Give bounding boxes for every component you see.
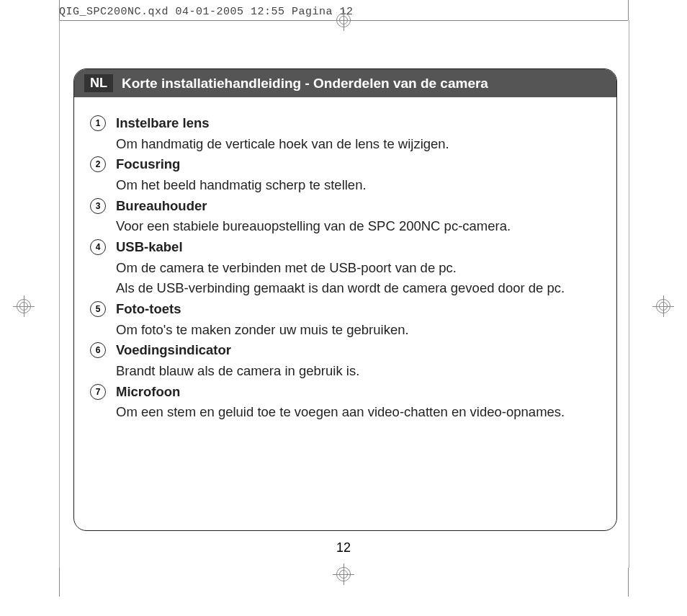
page-number: 12 (0, 540, 687, 555)
list-item: 4USB-kabelOm de camera te verbinden met … (90, 237, 596, 299)
item-title: USB-kabel (116, 237, 565, 258)
item-body: USB-kabelOm de camera te verbinden met d… (116, 237, 565, 299)
crop-line-left (59, 0, 60, 20)
item-number-badge: 3 (90, 198, 106, 214)
crop-line-right-bottom (628, 568, 629, 597)
item-title: Instelbare lens (116, 113, 449, 134)
title-bar: NL Korte installatiehandleiding - Onderd… (74, 69, 616, 97)
registration-mark-right (652, 295, 674, 317)
item-title: Microfoon (116, 382, 565, 403)
list-item: 7MicrofoonOm een stem en geluid toe te v… (90, 382, 596, 423)
list-item: 3BureauhouderVoor een stabiele bureauops… (90, 196, 596, 237)
item-description-line: Om de camera te verbinden met de USB-poo… (116, 258, 565, 279)
crop-line-left-bottom (59, 568, 60, 597)
item-title: Focusring (116, 154, 367, 175)
item-description-line: Om handmatig de verticale hoek van de le… (116, 134, 449, 155)
file-meta-header: QIG_SPC200NC.qxd 04-01-2005 12:55 Pagina… (59, 6, 354, 18)
item-description-line: Om een stem en geluid toe te voegen aan … (116, 402, 565, 423)
item-description-line: Om het beeld handmatig scherp te stellen… (116, 175, 367, 196)
item-body: Foto-toetsOm foto's te maken zonder uw m… (116, 299, 409, 340)
item-title: Bureauhouder (116, 196, 511, 217)
item-body: BureauhouderVoor een stabiele bureauopst… (116, 196, 511, 237)
item-description-line: Voor een stabiele bureauopstelling van d… (116, 216, 511, 237)
page-title: Korte installatiehandleiding - Onderdele… (122, 76, 488, 91)
item-body: VoedingsindicatorBrandt blauw als de cam… (116, 340, 359, 381)
item-body: MicrofoonOm een stem en geluid toe te vo… (116, 382, 565, 423)
item-number-badge: 5 (90, 301, 106, 317)
item-number-badge: 4 (90, 239, 106, 255)
list-item: 2FocusringOm het beeld handmatig scherp … (90, 154, 596, 195)
language-badge: NL (84, 74, 113, 92)
item-body: Instelbare lensOm handmatig de verticale… (116, 113, 449, 154)
item-number-badge: 2 (90, 156, 106, 172)
item-title: Voedingsindicator (116, 340, 359, 361)
list-item: 1Instelbare lensOm handmatig de vertical… (90, 113, 596, 154)
list-item: 5Foto-toetsOm foto's te maken zonder uw … (90, 299, 596, 340)
item-description-line: Als de USB-verbinding gemaakt is dan wor… (116, 278, 565, 299)
list-item: 6VoedingsindicatorBrandt blauw als de ca… (90, 340, 596, 381)
item-description-line: Brandt blauw als de camera in gebruik is… (116, 361, 359, 382)
registration-mark-left (13, 295, 35, 317)
item-description-line: Om foto's te maken zonder uw muis te geb… (116, 320, 409, 341)
item-number-badge: 1 (90, 115, 106, 131)
item-title: Foto-toets (116, 299, 409, 320)
crop-line-right (628, 0, 629, 20)
item-body: FocusringOm het beeld handmatig scherp t… (116, 154, 367, 195)
content-box: NL Korte installatiehandleiding - Onderd… (73, 68, 617, 531)
item-number-badge: 7 (90, 384, 106, 400)
items-list: 1Instelbare lensOm handmatig de vertical… (74, 97, 616, 437)
item-number-badge: 6 (90, 342, 106, 358)
